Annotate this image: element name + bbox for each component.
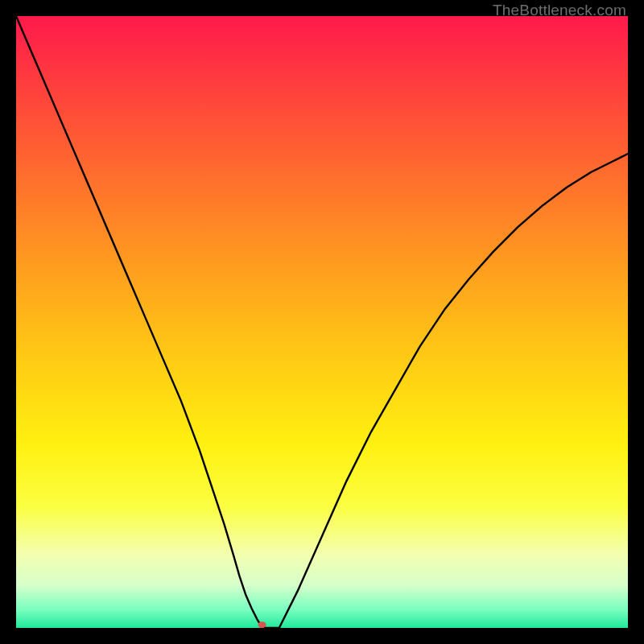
- chart-frame: [16, 16, 628, 628]
- optimum-marker: [258, 621, 266, 628]
- watermark-text: TheBottleneck.com: [493, 2, 626, 19]
- bottleneck-chart: [16, 16, 628, 628]
